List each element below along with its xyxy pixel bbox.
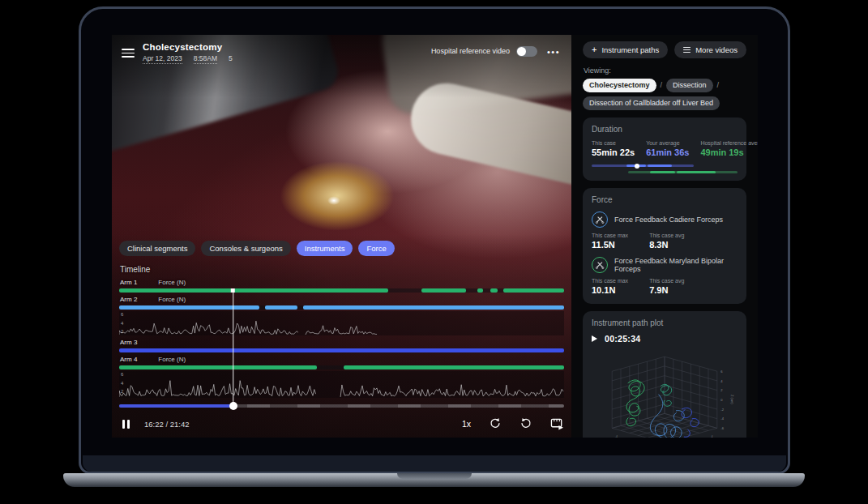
clip-export-icon[interactable] <box>550 417 564 430</box>
video-player: Cholecystectomy Apr 12, 2023 8:58AM 5 Ho… <box>112 35 571 438</box>
arm1-row: Arm 1 Force (N) <box>119 279 564 293</box>
menu-icon[interactable] <box>122 42 135 60</box>
arm2-row: Arm 2 Force (N) 642 <box>119 296 564 335</box>
svg-text:2: 2 <box>720 388 723 392</box>
pause-icon[interactable] <box>119 420 133 429</box>
path-plot-timestamp: 00:25:34 <box>605 334 640 344</box>
case-title: Cholecystectomy <box>143 42 423 52</box>
laptop-frame: Cholecystectomy Apr 12, 2023 8:58AM 5 Ho… <box>79 6 790 474</box>
duration-card: Duration This case 55min 22s Your averag… <box>583 117 746 181</box>
duration-stats: This case 55min 22s Your average 61min 3… <box>592 140 738 157</box>
force-title: Force <box>592 195 738 204</box>
arm3-row: Arm 3 <box>119 339 564 352</box>
instrument-row: Force Feedback Maryland Bipolar Forceps <box>592 257 738 273</box>
laptop-base-notch <box>397 473 472 479</box>
more-videos-button[interactable]: More videos <box>674 41 746 58</box>
arm4-label: Arm 4 <box>120 356 137 363</box>
laptop-base <box>63 473 805 487</box>
svg-text:4: 4 <box>720 379 723 383</box>
arm4-unit: Force (N) <box>158 356 186 363</box>
svg-text:-6: -6 <box>720 426 724 430</box>
layer-tabs: Clinical segments Consoles & surgeons In… <box>119 241 564 256</box>
path-plot-play-button[interactable]: 00:25:34 <box>592 334 738 344</box>
panel-actions: + Instrument paths More videos <box>583 41 746 58</box>
arm2-force-waveform: 642 <box>119 311 564 335</box>
reference-video-control: Hospital reference video ••• <box>431 42 560 57</box>
timeline-title: Timeline <box>120 265 564 274</box>
svg-text:6: 6 <box>720 369 723 374</box>
svg-text:-4: -4 <box>615 435 618 438</box>
timeline-playhead[interactable] <box>233 288 234 408</box>
force-card: Force Force Feedback Cadiere Forceps Thi… <box>583 188 746 304</box>
instrument-name: Force Feedback Cadiere Forceps <box>614 216 723 224</box>
path-plot-title: Instrument path plot <box>592 318 738 327</box>
instrument-stats: This case max 10.1N This case avg 7.9N <box>592 278 738 295</box>
svg-text:-2: -2 <box>720 408 724 412</box>
tab-clinical-segments[interactable]: Clinical segments <box>119 241 195 256</box>
duration-comparison-bars <box>592 164 738 173</box>
stat-hospital-average: Hospital reference average 49min 19s <box>700 140 758 157</box>
svg-text:-4: -4 <box>720 417 724 421</box>
overflow-menu-icon[interactable]: ••• <box>544 45 560 57</box>
crumb-phase[interactable]: Dissection <box>666 79 713 92</box>
plus-icon: + <box>592 45 596 54</box>
arm2-unit: Force (N) <box>158 296 186 303</box>
reference-video-label: Hospital reference video <box>431 47 510 55</box>
instrument-row: Force Feedback Cadiere Forceps <box>592 211 738 228</box>
case-date[interactable]: Apr 12, 2023 <box>143 54 182 64</box>
instrument-stats: This case max 11.5N This case avg 8.3N <box>592 233 738 250</box>
forceps-icon <box>592 211 608 228</box>
arm4-force-waveform: 642 <box>119 371 564 398</box>
crumb-procedure[interactable]: Cholecystectomy <box>583 79 656 92</box>
list-icon <box>683 45 691 54</box>
tab-force[interactable]: Force <box>358 241 394 256</box>
arm2-label: Arm 2 <box>120 296 137 303</box>
svg-text:0: 0 <box>720 398 723 402</box>
case-count: 5 <box>229 54 233 64</box>
play-icon <box>592 335 597 342</box>
instrument-name: Force Feedback Maryland Bipolar Forceps <box>614 257 738 273</box>
path-plot-card: Instrument path plot 00:25:34 6420-2-4-6… <box>583 311 746 438</box>
player-controls: 16:22 / 21:42 1x <box>119 415 564 433</box>
time-display: 16:22 / 21:42 <box>144 420 189 429</box>
arm4-row: Arm 4 Force (N) 642 <box>119 356 564 398</box>
case-title-block: Cholecystectomy Apr 12, 2023 8:58AM 5 <box>143 42 423 64</box>
reference-video-toggle[interactable] <box>516 46 537 57</box>
insights-panel: + Instrument paths More videos Viewing: … <box>571 35 758 438</box>
breadcrumb: Cholecystectomy / Dissection / Dissectio… <box>583 79 746 110</box>
timeline-panel: Clinical segments Consoles & surgeons In… <box>112 234 571 438</box>
instrument-path-3d-plot: 6420-2-4-6Z (cm)-4-2024-4-2024 <box>592 345 738 438</box>
stat-your-average: Your average 61min 36s <box>646 140 689 157</box>
svg-text:Z (cm): Z (cm) <box>730 395 734 404</box>
instrument-paths-button[interactable]: + Instrument paths <box>583 41 668 58</box>
tab-consoles-surgeons[interactable]: Consoles & surgeons <box>201 241 290 256</box>
arm4-usage-track[interactable] <box>119 365 564 369</box>
video-progress-bar[interactable] <box>119 404 564 408</box>
duration-title: Duration <box>592 125 738 134</box>
arm3-label: Arm 3 <box>120 339 137 346</box>
video-header: Cholecystectomy Apr 12, 2023 8:58AM 5 Ho… <box>112 35 571 98</box>
arm1-usage-track[interactable] <box>119 288 564 293</box>
playback-speed-button[interactable]: 1x <box>462 419 471 429</box>
case-time[interactable]: 8:58AM <box>194 54 217 64</box>
specular-highlight <box>327 196 340 205</box>
viewing-label: Viewing: <box>584 66 746 75</box>
replay-icon[interactable] <box>489 417 502 430</box>
crumb-task[interactable]: Dissection of Gallbladder off Liver Bed <box>583 96 720 110</box>
arm3-usage-track[interactable] <box>119 348 564 352</box>
laptop-bezel-bottom <box>83 455 786 472</box>
arm1-label: Arm 1 <box>120 279 137 286</box>
screen: Cholecystectomy Apr 12, 2023 8:58AM 5 Ho… <box>112 35 758 438</box>
case-subtitle: Apr 12, 2023 8:58AM 5 <box>143 54 423 64</box>
arm2-usage-track[interactable] <box>119 305 564 310</box>
forceps-icon <box>592 257 608 273</box>
svg-text:4: 4 <box>712 435 713 438</box>
timeline-tracks: Arm 1 Force (N) Arm 2 Force (N) <box>119 279 564 408</box>
tab-instruments[interactable]: Instruments <box>297 241 353 256</box>
arm1-unit: Force (N) <box>158 279 186 286</box>
stat-this-case: This case 55min 22s <box>592 140 635 157</box>
forward-icon[interactable] <box>520 417 532 430</box>
